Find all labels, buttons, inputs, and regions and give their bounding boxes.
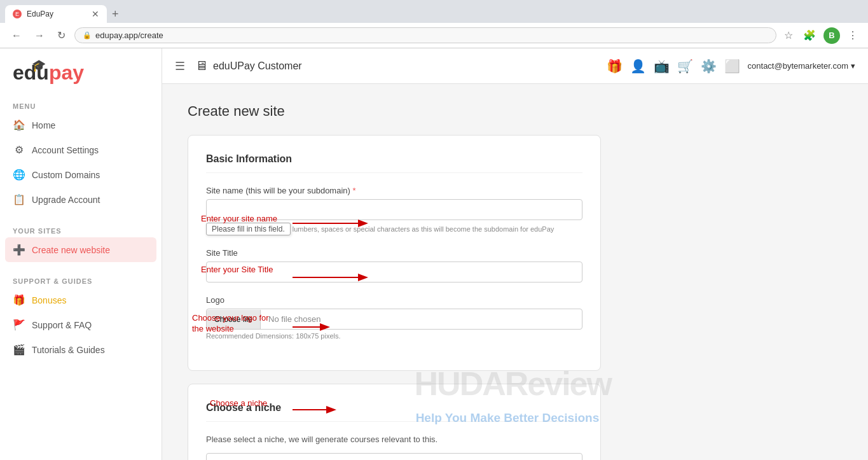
site-name-hint: Please fill in this field. lumbers, spac… <box>206 223 582 235</box>
your-sites-label: YOUR SITES <box>0 222 162 237</box>
file-name-text: No file chosen <box>261 309 328 329</box>
page-content: Create new site Basic Information Site n… <box>162 84 868 460</box>
menu-label: MENU <box>0 97 162 113</box>
sidebar-item-tutorials[interactable]: 🎬 Tutorials & Guides <box>0 337 162 362</box>
sidebar-item-upgrade-account[interactable]: 📋 Upgrade Account <box>0 187 162 212</box>
sidebar-item-custom-domains-label: Custom Domains <box>32 170 100 180</box>
forward-btn[interactable]: → <box>31 29 48 43</box>
sidebar-item-bonuses[interactable]: 🎁 Bonuses <box>0 288 162 312</box>
choose-niche-card: Choose a niche Please select a niche, we… <box>188 384 601 460</box>
choose-niche-title: Choose a niche <box>206 402 582 422</box>
tab-label: EduPay <box>27 10 53 18</box>
header-user[interactable]: contact@bytemarketer.com ▾ <box>748 61 855 71</box>
gift-icon-btn[interactable]: 🎁 <box>607 59 623 74</box>
tooltip-popup: Please fill in this field. <box>206 223 291 235</box>
lock-icon: 🔒 <box>83 31 92 39</box>
logo-group: Logo Choose file No file chosen Recommen… <box>206 295 582 340</box>
settings-icon-btn[interactable]: ⚙️ <box>701 59 717 74</box>
site-name-input[interactable] <box>206 199 582 220</box>
main-content: ☰ 🖥 eduUPay Customer 🎁 👤 📺 🛒 ⚙️ ⬜ contac… <box>162 48 868 460</box>
expand-icon-btn[interactable]: ⬜ <box>724 59 740 74</box>
sidebar-item-account-settings[interactable]: ⚙ Account Settings <box>0 137 162 162</box>
bookmark-btn[interactable]: ☆ <box>782 28 796 43</box>
new-tab-btn[interactable]: + <box>107 5 124 24</box>
browser-toolbar: ← → ↻ 🔒 edupay.app/create ☆ 🧩 B ⋮ <box>0 23 868 48</box>
sidebar-item-home[interactable]: 🏠 Home <box>0 113 162 137</box>
sidebar-item-tutorials-label: Tutorials & Guides <box>32 345 105 355</box>
sidebar-item-create-website[interactable]: ➕ Create new website <box>5 237 156 262</box>
user-icon-btn[interactable]: 👤 <box>630 59 646 74</box>
logo-label: Logo <box>206 295 582 305</box>
profile-btn[interactable]: B <box>823 27 840 44</box>
sidebar-item-upgrade-account-label: Upgrade Account <box>32 195 100 205</box>
upgrade-account-icon: 📋 <box>13 193 25 206</box>
bonuses-icon: 🎁 <box>13 294 25 306</box>
custom-domains-icon: 🌐 <box>13 169 25 181</box>
sidebar-item-bonuses-label: Bonuses <box>32 295 66 305</box>
hamburger-btn[interactable]: ☰ <box>175 59 185 73</box>
sidebar: edupay 🎓 MENU 🏠 Home ⚙ Account Settings … <box>0 48 162 460</box>
address-bar[interactable]: 🔒 edupay.app/create <box>74 27 776 43</box>
header-icons: 🎁 👤 📺 🛒 ⚙️ ⬜ contact@bytemarketer.com ▾ <box>607 59 855 74</box>
niche-select[interactable]: Select a niche <box>206 453 582 460</box>
back-btn[interactable]: ← <box>8 29 25 43</box>
site-name-group: Site name (this will be your subdomain) … <box>206 186 582 235</box>
reload-btn[interactable]: ↻ <box>53 28 69 43</box>
dropdown-chevron-icon: ▾ <box>851 61 855 71</box>
sidebar-item-support-faq-label: Support & FAQ <box>32 320 92 330</box>
settings-btn[interactable]: ⋮ <box>845 28 860 43</box>
browser-window: E EduPay ✕ + ← → ↻ 🔒 edupay.app/create ☆… <box>0 0 868 460</box>
site-name-hint-text: lumbers, spaces or special characters as… <box>293 225 554 233</box>
sidebar-item-custom-domains[interactable]: 🌐 Custom Domains <box>0 162 162 187</box>
niche-description: Please select a niche, we will generate … <box>206 435 582 444</box>
active-tab[interactable]: E EduPay ✕ <box>5 5 107 23</box>
tutorials-icon: 🎬 <box>13 344 25 356</box>
support-guides-label: SUPPORT & GUIDES <box>0 272 162 288</box>
toolbar-actions: ☆ 🧩 B ⋮ <box>782 27 860 44</box>
logo-hint: Recommended Dimensions: 180x75 pixels. <box>206 332 582 340</box>
sidebar-item-create-website-label: Create new website <box>32 245 110 255</box>
app-layout: edupay 🎓 MENU 🏠 Home ⚙ Account Settings … <box>0 48 868 460</box>
user-email: contact@bytemarketer.com <box>748 61 848 71</box>
logo: edupay 🎓 <box>0 61 162 97</box>
choose-file-btn[interactable]: Choose file <box>207 310 261 329</box>
sidebar-item-support-faq[interactable]: 🚩 Support & FAQ <box>0 312 162 337</box>
tab-favicon: E <box>13 10 22 18</box>
site-title-group: Site Title <box>206 248 582 282</box>
page-title: Create new site <box>188 103 843 120</box>
url-text: edupay.app/create <box>95 31 163 40</box>
app-header: ☰ 🖥 eduUPay Customer 🎁 👤 📺 🛒 ⚙️ ⬜ contac… <box>162 48 868 84</box>
logo-cap-icon: 🎓 <box>32 59 46 73</box>
header-brand-label: eduUPay Customer <box>213 60 302 72</box>
sidebar-item-home-label: Home <box>32 120 55 130</box>
basic-info-title: Basic Information <box>206 153 582 173</box>
account-settings-icon: ⚙ <box>13 144 25 156</box>
header-brand-icon: 🖥 <box>195 59 208 73</box>
required-star: * <box>353 186 356 195</box>
header-brand: 🖥 eduUPay Customer <box>195 59 302 73</box>
basic-info-card: Basic Information Site name (this will b… <box>188 135 601 371</box>
tv-icon-btn[interactable]: 📺 <box>654 59 670 74</box>
cart-icon-btn[interactable]: 🛒 <box>677 59 693 74</box>
site-title-label: Site Title <box>206 248 582 258</box>
tab-close-btn[interactable]: ✕ <box>92 9 99 19</box>
support-faq-icon: 🚩 <box>13 319 25 331</box>
logo-pay: pay <box>49 61 84 84</box>
home-icon: 🏠 <box>13 119 25 131</box>
sidebar-item-account-settings-label: Account Settings <box>32 145 99 155</box>
site-title-input[interactable] <box>206 261 582 282</box>
file-input-wrapper: Choose file No file chosen <box>206 309 582 330</box>
extensions-btn[interactable]: 🧩 <box>801 28 818 43</box>
site-name-label: Site name (this will be your subdomain) … <box>206 186 582 195</box>
create-website-icon: ➕ <box>13 244 25 256</box>
tab-bar: E EduPay ✕ + <box>0 0 868 23</box>
